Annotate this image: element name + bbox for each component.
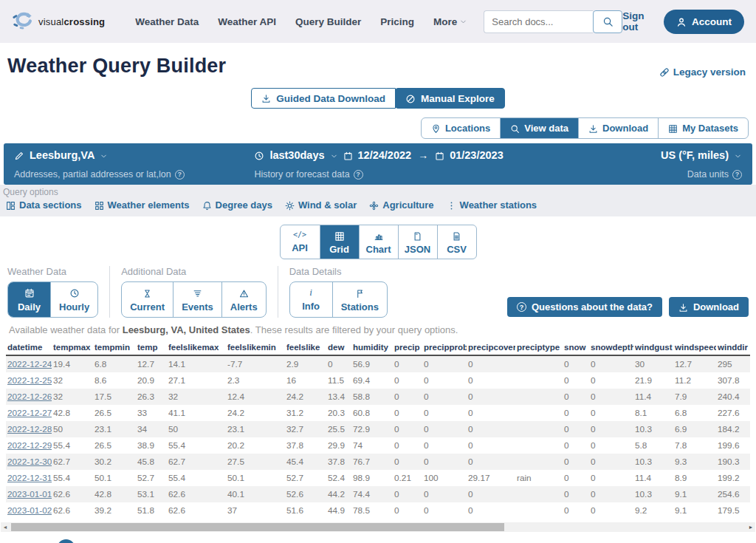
tab-download[interactable]: Download: [578, 118, 658, 138]
button-current[interactable]: Current: [122, 282, 173, 317]
data-cell: 0: [467, 355, 515, 372]
col-header-humidity: humidity: [351, 339, 393, 355]
button-hourly[interactable]: Hourly: [50, 282, 97, 318]
tab-grid[interactable]: Grid: [320, 225, 359, 259]
location-selector[interactable]: Leesburg,VA: [14, 149, 254, 161]
date-link[interactable]: 2023-01-01: [7, 489, 52, 499]
tab-api[interactable]: </> API: [281, 225, 320, 259]
table-row: 2022-12-263217.526.33212.424.213.458.800…: [6, 389, 750, 405]
tab-chart[interactable]: Chart: [359, 225, 398, 259]
data-cell: 0: [422, 389, 467, 405]
option-data-sections[interactable]: Data sections: [6, 199, 82, 211]
table-row: 2023-01-0262.639.251.862.63751.644.978.5…: [6, 502, 750, 519]
date-range-selector[interactable]: last30days 12/24/2022 → 01/23/2023: [254, 149, 552, 161]
scrollbar-thumb[interactable]: [11, 523, 504, 531]
button-events[interactable]: Events: [173, 282, 221, 317]
help-icon[interactable]: ?: [732, 170, 742, 180]
date-link[interactable]: 2022-12-31: [7, 473, 52, 483]
start-date[interactable]: 12/24/2022: [358, 149, 412, 161]
manual-explore-button[interactable]: Manual Explore: [395, 88, 505, 109]
help-icon[interactable]: ?: [175, 170, 185, 180]
sign-out-link[interactable]: Sign out: [622, 10, 647, 33]
questions-about-data-button[interactable]: ? Questions about the data?: [507, 297, 662, 317]
data-cell: 0: [467, 454, 515, 470]
horizontal-scrollbar[interactable]: ◄ ►: [1, 522, 755, 532]
date-link[interactable]: 2022-12-26: [7, 392, 52, 402]
date-link[interactable]: 2022-12-24: [7, 359, 52, 369]
data-cell: 12.7: [673, 355, 716, 372]
data-cell: 53.1: [136, 486, 167, 502]
data-cell: 33: [136, 405, 167, 421]
scroll-left-arrow-icon[interactable]: ◄: [1, 522, 10, 532]
data-cell: 55.4: [167, 437, 226, 454]
data-cell: 44.2: [326, 486, 351, 502]
sun-icon: [285, 199, 295, 211]
option-agriculture[interactable]: Agriculture: [369, 199, 433, 211]
chevron-down-icon: [330, 149, 338, 161]
group-weather-data: Weather Data Daily Hourly: [7, 266, 109, 318]
data-cell: 295: [716, 355, 750, 372]
data-cell: 58.8: [351, 389, 393, 405]
data-groups-row: Weather Data Daily Hourly Additional Dat…: [7, 266, 749, 318]
col-header-feelslike: feelslike: [285, 339, 326, 355]
data-cell: 6.8: [93, 355, 136, 372]
legacy-version-link[interactable]: Legacy version: [659, 66, 746, 78]
date-link[interactable]: 2022-12-25: [7, 375, 52, 386]
data-cell: 30: [633, 355, 673, 372]
date-link[interactable]: 2022-12-29: [7, 440, 52, 451]
data-cell: 74: [351, 437, 393, 454]
tab-json[interactable]: JSON: [398, 225, 437, 259]
calendar-icon: [435, 149, 444, 161]
data-cell: 34: [136, 421, 167, 437]
button-info[interactable]: i Info: [290, 282, 332, 317]
data-cell: 0: [563, 502, 589, 519]
tab-view-data[interactable]: View data: [500, 118, 578, 138]
data-cell: 0: [467, 372, 515, 389]
guided-data-download-button[interactable]: Guided Data Download: [251, 88, 396, 109]
data-cell: 98.9: [351, 470, 393, 486]
nav-more-menu[interactable]: More: [433, 16, 467, 27]
units-selector[interactable]: US (°F, miles): [661, 149, 742, 161]
help-icon[interactable]: ?: [354, 170, 363, 180]
search-button[interactable]: [593, 10, 622, 33]
button-stations[interactable]: Stations: [332, 282, 387, 317]
date-link[interactable]: 2022-12-28: [7, 424, 52, 434]
option-wind-solar[interactable]: Wind & solar: [285, 199, 357, 211]
download-button[interactable]: Download: [669, 297, 749, 317]
data-cell: [515, 437, 563, 454]
flower-icon: [369, 199, 379, 211]
pagination: << < 1 2 3 4 > >> Switch to preview data…: [10, 539, 756, 543]
datetime-cell: 2022-12-31: [6, 470, 52, 486]
nav-pricing[interactable]: Pricing: [380, 16, 414, 27]
visualcrossing-swirl-icon: [12, 10, 34, 33]
nav-weather-data[interactable]: Weather Data: [135, 16, 199, 27]
date-link[interactable]: 2022-12-27: [7, 408, 52, 418]
data-cell: 7.8: [673, 437, 716, 454]
tab-csv[interactable]: CSV: [437, 225, 476, 259]
data-cell: 24.2: [226, 405, 285, 421]
account-button[interactable]: Account: [664, 10, 744, 34]
page-1-button[interactable]: 1: [57, 539, 75, 543]
data-cell: 0: [422, 355, 467, 372]
nav-weather-api[interactable]: Weather API: [218, 16, 276, 27]
option-weather-stations[interactable]: Weather stations: [447, 199, 537, 211]
date-link[interactable]: 2023-01-02: [7, 505, 52, 516]
data-cell: 12.7: [136, 355, 167, 372]
tab-locations[interactable]: Locations: [422, 118, 500, 138]
station-flag-icon: [355, 287, 365, 298]
button-alerts[interactable]: Alerts: [221, 282, 266, 317]
data-cell: 62.6: [167, 502, 226, 519]
option-degree-days[interactable]: Degree days: [202, 199, 272, 211]
data-cell: 199.6: [716, 437, 750, 454]
nav-query-builder[interactable]: Query Builder: [295, 16, 361, 27]
end-date[interactable]: 01/23/2023: [450, 149, 504, 161]
data-cell: 29.9: [326, 437, 351, 454]
data-cell: 56.9: [351, 355, 393, 372]
option-weather-elements[interactable]: Weather elements: [94, 199, 190, 211]
tab-my-datasets[interactable]: My Datasets: [658, 118, 748, 138]
brand-logo[interactable]: visualcrossing: [12, 10, 105, 33]
date-link[interactable]: 2022-12-30: [7, 457, 52, 467]
scroll-right-arrow-icon[interactable]: ►: [746, 522, 755, 532]
button-daily[interactable]: Daily: [8, 282, 50, 318]
search-input[interactable]: [484, 10, 593, 33]
